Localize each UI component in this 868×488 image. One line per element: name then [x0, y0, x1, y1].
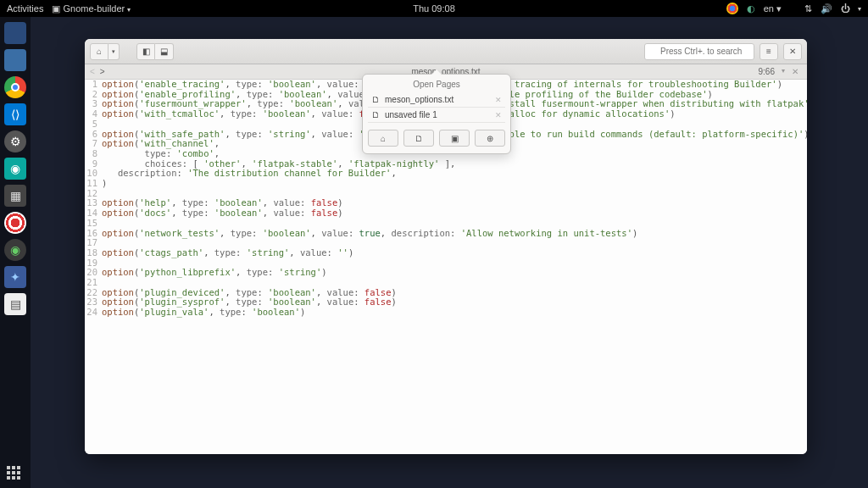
- close-window-button[interactable]: ✕: [783, 43, 802, 60]
- nav-forward-button[interactable]: >: [100, 67, 105, 76]
- dock-app-compass[interactable]: ✦: [4, 266, 26, 288]
- bottom-panel-toggle[interactable]: ⬓: [155, 43, 174, 60]
- network-icon[interactable]: ⇅: [802, 3, 814, 14]
- gnome-topbar: Activities ▣ Gnome-builder Thu 09:08 ◐ e…: [0, 0, 868, 17]
- popover-terminal-button[interactable]: ▣: [439, 130, 470, 147]
- popover-external-button[interactable]: ⊕: [475, 130, 505, 147]
- dock-app-web[interactable]: ◉: [4, 239, 26, 261]
- close-page-button[interactable]: ✕: [495, 111, 502, 119]
- terminal-icon: ▣: [451, 134, 459, 143]
- line-number: 11: [85, 179, 102, 189]
- line-number: 21: [85, 278, 102, 288]
- home-menu-button[interactable]: ▾: [108, 43, 120, 60]
- activities-button[interactable]: Activities: [7, 3, 43, 14]
- dock-app-lollypop[interactable]: [4, 212, 26, 234]
- left-panel-toggle[interactable]: ◧: [136, 43, 155, 60]
- home-icon: ⌂: [97, 47, 102, 56]
- clock[interactable]: Thu 09:08: [413, 3, 455, 14]
- open-page-item[interactable]: 🗋unsaved file 1✕: [368, 108, 505, 123]
- open-pages-popover: Open Pages 🗋meson_options.txt✕🗋unsaved f…: [362, 74, 511, 154]
- dock-app-settings[interactable]: ⚙: [4, 130, 26, 152]
- global-search-input[interactable]: [644, 43, 754, 60]
- power-icon[interactable]: ⏻: [839, 3, 851, 14]
- app-menu-label: Gnome-builder: [63, 3, 125, 14]
- lang-indicator[interactable]: en ▾: [764, 3, 782, 14]
- popover-home-button[interactable]: ⌂: [368, 130, 398, 147]
- popover-title: Open Pages: [368, 80, 505, 89]
- open-page-label: unsaved file 1: [385, 110, 437, 119]
- app-menu[interactable]: ▣ Gnome-builder: [52, 3, 131, 14]
- code-line[interactable]: 11): [85, 179, 807, 189]
- external-icon: ⊕: [487, 134, 493, 143]
- show-applications-button[interactable]: [7, 466, 22, 481]
- volume-icon[interactable]: 🔊: [821, 3, 832, 14]
- code-line[interactable]: 10 description: 'The distribution channe…: [85, 169, 807, 179]
- dock-app-chrome[interactable]: [4, 76, 26, 98]
- code-line[interactable]: 16option('network_tests', type: 'boolean…: [85, 229, 807, 239]
- dock-app-qt[interactable]: ◉: [4, 158, 26, 180]
- code-line[interactable]: 18option('ctags_path', type: 'string', v…: [85, 248, 807, 258]
- line-number: 24: [85, 308, 102, 318]
- builder-icon: ▣: [52, 3, 60, 14]
- chrome-indicator-icon[interactable]: [726, 3, 738, 14]
- cursor-position: 9:66: [759, 67, 775, 76]
- hamburger-menu-button[interactable]: ≡: [760, 43, 778, 60]
- home-icon: ⌂: [381, 134, 386, 143]
- dock-app-calculator[interactable]: ▦: [4, 185, 26, 207]
- code-line[interactable]: 24option('plugin_vala', type: 'boolean'): [85, 308, 807, 318]
- dock-app-files[interactable]: [4, 49, 26, 71]
- chevron-down-icon: ▾: [112, 48, 115, 55]
- home-button[interactable]: ⌂: [90, 43, 108, 60]
- file-icon: 🗋: [415, 134, 423, 143]
- panel-left-icon: ◧: [142, 47, 150, 56]
- dock-app-builder[interactable]: [4, 22, 26, 44]
- popover-new-file-button[interactable]: 🗋: [403, 130, 434, 147]
- dock: ⟨⟩ ⚙ ◉ ▦ ◉ ✦ ▤: [0, 17, 31, 488]
- dock-app-vscode[interactable]: ⟨⟩: [4, 103, 26, 125]
- headerbar: ⌂ ▾ ◧ ⬓ 🔍 ≡ ✕: [85, 39, 807, 64]
- file-menu-chevron-icon[interactable]: ▾: [782, 67, 785, 76]
- hamburger-icon: ≡: [766, 47, 771, 56]
- code-line[interactable]: 20option('python_libprefix', type: 'stri…: [85, 268, 807, 278]
- close-page-button[interactable]: ✕: [495, 96, 502, 104]
- user-indicator-icon[interactable]: ◐: [745, 3, 757, 14]
- close-icon: ✕: [789, 47, 796, 56]
- open-page-item[interactable]: 🗋meson_options.txt✕: [368, 92, 505, 108]
- line-number: 8: [85, 149, 102, 159]
- code-line[interactable]: 14option('docs', type: 'boolean', value:…: [85, 208, 807, 219]
- line-number: 18: [85, 248, 102, 258]
- open-page-label: meson_options.txt: [385, 95, 453, 104]
- file-icon: 🗋: [371, 110, 380, 119]
- system-menu-chevron-icon[interactable]: ▾: [858, 5, 861, 13]
- line-number: 15: [85, 219, 102, 229]
- line-number: 5: [85, 119, 102, 130]
- panel-bottom-icon: ⬓: [160, 47, 168, 56]
- nav-back-button[interactable]: <: [90, 67, 95, 76]
- close-file-button[interactable]: ✕: [792, 67, 798, 76]
- file-icon: 🗋: [371, 95, 380, 104]
- dock-app-text[interactable]: ▤: [4, 293, 26, 315]
- line-number: 1: [85, 80, 102, 90]
